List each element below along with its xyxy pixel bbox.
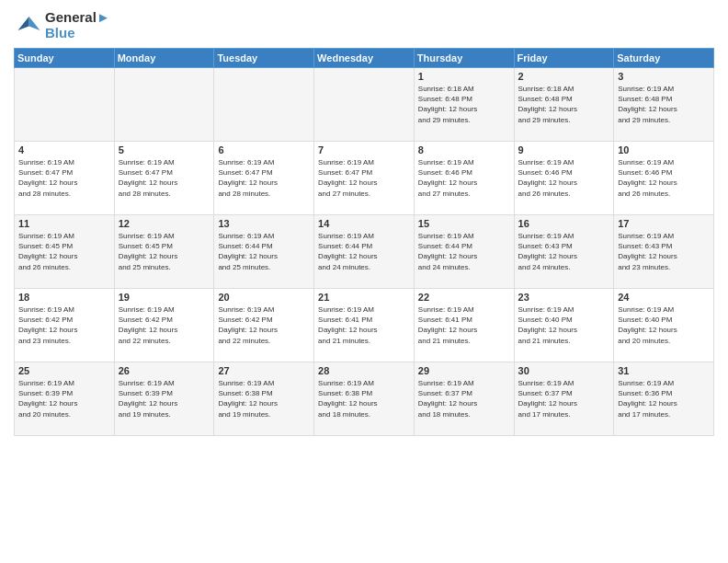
day-number: 1 — [418, 71, 510, 82]
day-detail: Sunrise: 6:19 AM Sunset: 6:42 PM Dayligh… — [18, 304, 110, 346]
day-number: 6 — [218, 144, 310, 155]
day-detail: Sunrise: 6:19 AM Sunset: 6:44 PM Dayligh… — [218, 231, 310, 272]
day-number: 15 — [418, 218, 510, 229]
day-detail: Sunrise: 6:19 AM Sunset: 6:45 PM Dayligh… — [119, 231, 210, 272]
weekday-header-wednesday: Wednesday — [314, 49, 415, 68]
calendar-cell: 10Sunrise: 6:19 AM Sunset: 6:46 PM Dayli… — [614, 142, 714, 215]
calendar-cell: 6Sunrise: 6:19 AM Sunset: 6:47 PM Daylig… — [214, 142, 314, 215]
week-row-3: 18Sunrise: 6:19 AM Sunset: 6:42 PM Dayli… — [15, 289, 714, 362]
calendar-cell: 30Sunrise: 6:19 AM Sunset: 6:37 PM Dayli… — [514, 362, 614, 436]
day-detail: Sunrise: 6:19 AM Sunset: 6:47 PM Dayligh… — [18, 157, 110, 199]
calendar-cell: 21Sunrise: 6:19 AM Sunset: 6:41 PM Dayli… — [314, 289, 415, 362]
calendar-cell: 5Sunrise: 6:19 AM Sunset: 6:47 PM Daylig… — [114, 142, 214, 215]
calendar-cell: 11Sunrise: 6:19 AM Sunset: 6:45 PM Dayli… — [15, 215, 115, 289]
day-number: 24 — [618, 292, 710, 303]
day-number: 25 — [18, 365, 110, 376]
day-detail: Sunrise: 6:18 AM Sunset: 6:48 PM Dayligh… — [418, 84, 510, 125]
day-number: 23 — [518, 292, 610, 303]
week-row-1: 4Sunrise: 6:19 AM Sunset: 6:47 PM Daylig… — [15, 142, 714, 215]
day-number: 30 — [518, 365, 610, 376]
week-row-4: 25Sunrise: 6:19 AM Sunset: 6:39 PM Dayli… — [15, 362, 714, 436]
calendar-cell: 23Sunrise: 6:19 AM Sunset: 6:40 PM Dayli… — [514, 289, 614, 362]
weekday-header-row: SundayMondayTuesdayWednesdayThursdayFrid… — [15, 49, 714, 68]
day-detail: Sunrise: 6:19 AM Sunset: 6:47 PM Dayligh… — [218, 157, 310, 199]
calendar-cell: 4Sunrise: 6:19 AM Sunset: 6:47 PM Daylig… — [15, 142, 115, 215]
page: General► Blue SundayMondayTuesdayWednesd… — [0, 0, 728, 563]
logo-icon — [14, 11, 41, 39]
day-detail: Sunrise: 6:19 AM Sunset: 6:43 PM Dayligh… — [518, 231, 610, 272]
day-detail: Sunrise: 6:19 AM Sunset: 6:47 PM Dayligh… — [119, 157, 210, 199]
day-detail: Sunrise: 6:19 AM Sunset: 6:37 PM Dayligh… — [418, 378, 510, 419]
day-detail: Sunrise: 6:19 AM Sunset: 6:43 PM Dayligh… — [618, 231, 710, 272]
calendar-cell: 7Sunrise: 6:19 AM Sunset: 6:47 PM Daylig… — [314, 142, 415, 215]
logo-text: General► Blue — [45, 9, 110, 40]
calendar-table: SundayMondayTuesdayWednesdayThursdayFrid… — [14, 48, 714, 436]
day-number: 18 — [18, 292, 110, 303]
week-row-0: 1Sunrise: 6:18 AM Sunset: 6:48 PM Daylig… — [15, 68, 714, 142]
day-number: 27 — [218, 365, 310, 376]
day-number: 5 — [119, 144, 210, 155]
calendar-cell: 28Sunrise: 6:19 AM Sunset: 6:38 PM Dayli… — [314, 362, 415, 436]
day-detail: Sunrise: 6:19 AM Sunset: 6:48 PM Dayligh… — [618, 84, 710, 125]
day-detail: Sunrise: 6:19 AM Sunset: 6:47 PM Dayligh… — [318, 157, 410, 199]
day-number: 19 — [119, 292, 210, 303]
week-row-2: 11Sunrise: 6:19 AM Sunset: 6:45 PM Dayli… — [15, 215, 714, 289]
day-detail: Sunrise: 6:19 AM Sunset: 6:46 PM Dayligh… — [618, 157, 710, 199]
day-detail: Sunrise: 6:19 AM Sunset: 6:38 PM Dayligh… — [218, 378, 310, 419]
logo: General► Blue — [14, 9, 110, 40]
day-number: 12 — [119, 218, 210, 229]
day-detail: Sunrise: 6:19 AM Sunset: 6:39 PM Dayligh… — [18, 378, 110, 419]
day-number: 21 — [318, 292, 410, 303]
calendar-cell: 24Sunrise: 6:19 AM Sunset: 6:40 PM Dayli… — [614, 289, 714, 362]
day-detail: Sunrise: 6:19 AM Sunset: 6:40 PM Dayligh… — [618, 304, 710, 346]
day-detail: Sunrise: 6:19 AM Sunset: 6:41 PM Dayligh… — [418, 304, 510, 346]
calendar-cell: 18Sunrise: 6:19 AM Sunset: 6:42 PM Dayli… — [15, 289, 115, 362]
calendar-cell: 2Sunrise: 6:18 AM Sunset: 6:48 PM Daylig… — [514, 68, 614, 142]
day-detail: Sunrise: 6:19 AM Sunset: 6:38 PM Dayligh… — [318, 378, 410, 419]
day-number: 14 — [318, 218, 410, 229]
calendar-cell: 27Sunrise: 6:19 AM Sunset: 6:38 PM Dayli… — [214, 362, 314, 436]
header: General► Blue — [14, 9, 714, 40]
calendar-cell — [214, 68, 314, 142]
calendar-cell: 29Sunrise: 6:19 AM Sunset: 6:37 PM Dayli… — [414, 362, 514, 436]
day-detail: Sunrise: 6:19 AM Sunset: 6:44 PM Dayligh… — [318, 231, 410, 272]
day-number: 11 — [18, 218, 110, 229]
calendar-cell: 26Sunrise: 6:19 AM Sunset: 6:39 PM Dayli… — [114, 362, 214, 436]
calendar-body: 1Sunrise: 6:18 AM Sunset: 6:48 PM Daylig… — [15, 68, 714, 436]
calendar-cell: 3Sunrise: 6:19 AM Sunset: 6:48 PM Daylig… — [614, 68, 714, 142]
day-detail: Sunrise: 6:19 AM Sunset: 6:44 PM Dayligh… — [418, 231, 510, 272]
day-number: 9 — [518, 144, 610, 155]
day-number: 17 — [618, 218, 710, 229]
day-number: 4 — [18, 144, 110, 155]
calendar-cell: 13Sunrise: 6:19 AM Sunset: 6:44 PM Dayli… — [214, 215, 314, 289]
day-detail: Sunrise: 6:19 AM Sunset: 6:46 PM Dayligh… — [418, 157, 510, 199]
day-number: 8 — [418, 144, 510, 155]
day-number: 29 — [418, 365, 510, 376]
calendar-cell: 1Sunrise: 6:18 AM Sunset: 6:48 PM Daylig… — [414, 68, 514, 142]
day-number: 10 — [618, 144, 710, 155]
calendar-cell: 20Sunrise: 6:19 AM Sunset: 6:42 PM Dayli… — [214, 289, 314, 362]
weekday-header-saturday: Saturday — [614, 49, 714, 68]
calendar-cell: 14Sunrise: 6:19 AM Sunset: 6:44 PM Dayli… — [314, 215, 415, 289]
day-number: 28 — [318, 365, 410, 376]
calendar-cell: 8Sunrise: 6:19 AM Sunset: 6:46 PM Daylig… — [414, 142, 514, 215]
calendar-cell: 17Sunrise: 6:19 AM Sunset: 6:43 PM Dayli… — [614, 215, 714, 289]
day-number: 3 — [618, 71, 710, 82]
day-detail: Sunrise: 6:18 AM Sunset: 6:48 PM Dayligh… — [518, 84, 610, 125]
calendar-cell: 25Sunrise: 6:19 AM Sunset: 6:39 PM Dayli… — [15, 362, 115, 436]
day-detail: Sunrise: 6:19 AM Sunset: 6:45 PM Dayligh… — [18, 231, 110, 272]
day-number: 13 — [218, 218, 310, 229]
day-number: 20 — [218, 292, 310, 303]
calendar-cell: 12Sunrise: 6:19 AM Sunset: 6:45 PM Dayli… — [114, 215, 214, 289]
day-detail: Sunrise: 6:19 AM Sunset: 6:46 PM Dayligh… — [518, 157, 610, 199]
calendar-cell — [314, 68, 415, 142]
day-detail: Sunrise: 6:19 AM Sunset: 6:36 PM Dayligh… — [618, 378, 710, 419]
calendar-cell: 19Sunrise: 6:19 AM Sunset: 6:42 PM Dayli… — [114, 289, 214, 362]
day-number: 2 — [518, 71, 610, 82]
day-detail: Sunrise: 6:19 AM Sunset: 6:37 PM Dayligh… — [518, 378, 610, 419]
day-detail: Sunrise: 6:19 AM Sunset: 6:40 PM Dayligh… — [518, 304, 610, 346]
weekday-header-sunday: Sunday — [15, 49, 115, 68]
calendar-cell — [114, 68, 214, 142]
weekday-header-monday: Monday — [114, 49, 214, 68]
day-detail: Sunrise: 6:19 AM Sunset: 6:39 PM Dayligh… — [119, 378, 210, 419]
